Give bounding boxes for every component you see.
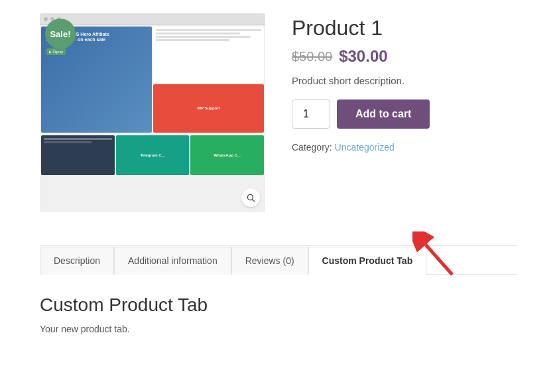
product-main-image: Become a CSS Hero Affiliateand earn 40% … <box>40 13 265 212</box>
page-wrapper: Sale! Become a CSS Hero Affiliateand ear… <box>0 0 557 361</box>
sale-badge: Sale! <box>45 19 76 49</box>
tab-content-body: Your new product tab. <box>40 324 517 334</box>
price-sale: $30.00 <box>339 47 387 66</box>
category-link[interactable]: Uncategorized <box>335 142 395 153</box>
price-original: $50.00 <box>292 49 332 64</box>
product-title: Product 1 <box>292 16 517 40</box>
category-label: Category: <box>292 142 332 153</box>
product-gallery: Sale! Become a CSS Hero Affiliateand ear… <box>40 13 265 212</box>
image-mockup: Become a CSS Hero Affiliateand earn 40% … <box>40 13 265 212</box>
quantity-input[interactable] <box>292 99 330 129</box>
price-wrapper: $50.00 $30.00 <box>292 47 517 66</box>
svg-point-0 <box>247 194 253 200</box>
tabs-nav: Description Additional information Revie… <box>40 246 517 275</box>
add-to-cart-button[interactable]: Add to cart <box>337 99 430 129</box>
product-section: Sale! Become a CSS Hero Affiliateand ear… <box>40 13 517 212</box>
tab-content-area: Custom Product Tab Your new product tab. <box>40 275 517 348</box>
tab-content-title: Custom Product Tab <box>40 294 517 316</box>
add-to-cart-row: Add to cart <box>292 99 517 129</box>
tab-custom-product-tab[interactable]: Custom Product Tab <box>308 247 427 275</box>
magnify-icon[interactable] <box>241 188 260 207</box>
tab-description[interactable]: Description <box>40 247 114 275</box>
svg-line-1 <box>253 200 255 202</box>
tabs-section: Description Additional information Revie… <box>40 245 517 348</box>
category-row: Category: Uncategorized <box>292 142 517 153</box>
product-short-description: Product short description. <box>292 75 517 86</box>
tab-reviews[interactable]: Reviews (0) <box>231 247 308 275</box>
tab-additional-information[interactable]: Additional information <box>114 247 231 275</box>
product-info: Product 1 $50.00 $30.00 Product short de… <box>292 13 517 212</box>
